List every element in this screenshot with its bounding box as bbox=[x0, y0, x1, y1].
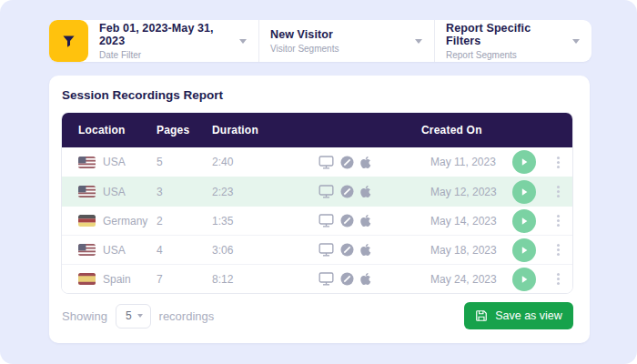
showing-label: Showing bbox=[62, 309, 107, 323]
desktop-monitor-icon bbox=[318, 156, 334, 169]
devices-cell bbox=[318, 272, 421, 286]
visitor-segments-label: Visitor Segments bbox=[270, 44, 339, 54]
column-header-location: Location bbox=[78, 124, 157, 136]
play-icon bbox=[520, 217, 529, 226]
es-flag-icon bbox=[78, 273, 96, 285]
date-filter-label: Date Filter bbox=[99, 50, 232, 60]
recordings-table: Location Pages Duration Created On USA 5… bbox=[61, 112, 573, 294]
report-segments-label: Report Segments bbox=[446, 50, 565, 60]
filter-button[interactable] bbox=[49, 20, 88, 62]
column-header-duration: Duration bbox=[212, 124, 318, 136]
location-cell: USA bbox=[103, 186, 126, 198]
chevron-down-icon bbox=[415, 39, 422, 44]
filter-toolbar: Feb 01, 2023-May 31, 2023 Date Filter Ne… bbox=[49, 20, 592, 62]
page-title: Session Recordings Report bbox=[62, 88, 223, 102]
row-menu-kebab-icon[interactable] bbox=[552, 270, 564, 288]
duration-cell: 2:23 bbox=[212, 186, 318, 198]
play-recording-button[interactable] bbox=[512, 150, 536, 174]
app-background: Feb 01, 2023-May 31, 2023 Date Filter Ne… bbox=[0, 0, 637, 364]
location-cell: Spain bbox=[103, 273, 131, 286]
play-recording-button[interactable] bbox=[512, 209, 536, 233]
duration-cell: 3:06 bbox=[212, 244, 318, 257]
column-header-created-on: Created On bbox=[421, 124, 505, 136]
created-on-cell: May 18, 2023 bbox=[421, 244, 505, 257]
duration-cell: 2:40 bbox=[212, 156, 318, 168]
desktop-monitor-icon bbox=[318, 185, 334, 198]
table-row[interactable]: Spain 7 8:12 May 24, 2023 bbox=[62, 264, 572, 293]
recordings-count-select[interactable]: 5 bbox=[116, 304, 151, 329]
desktop-monitor-icon bbox=[318, 243, 334, 257]
play-icon bbox=[520, 157, 529, 167]
session-recordings-card: Session Recordings Report Location Pages… bbox=[49, 76, 590, 343]
desktop-monitor-icon bbox=[318, 272, 334, 286]
table-row[interactable]: USA 4 3:06 May 18, 2023 bbox=[62, 235, 572, 264]
location-cell: USA bbox=[103, 244, 126, 257]
row-menu-kebab-icon[interactable] bbox=[552, 183, 564, 200]
us-flag-icon bbox=[78, 186, 96, 197]
save-as-view-button[interactable]: Save as view bbox=[464, 302, 573, 329]
apple-icon bbox=[360, 243, 371, 257]
play-icon bbox=[520, 187, 529, 197]
devices-cell bbox=[318, 185, 421, 198]
date-filter-dropdown[interactable]: Feb 01, 2023-May 31, 2023 Date Filter bbox=[88, 20, 258, 62]
created-on-cell: May 12, 2023 bbox=[421, 186, 505, 198]
created-on-cell: May 14, 2023 bbox=[421, 215, 505, 228]
created-on-cell: May 11, 2023 bbox=[421, 156, 505, 168]
de-flag-icon bbox=[78, 215, 96, 227]
play-recording-button[interactable] bbox=[512, 180, 536, 204]
apple-icon bbox=[360, 272, 371, 286]
pages-cell: 3 bbox=[157, 186, 212, 198]
date-filter-value: Feb 01, 2023-May 31, 2023 bbox=[99, 22, 232, 47]
blocked-device-icon bbox=[340, 214, 354, 228]
apple-icon bbox=[360, 156, 371, 169]
table-row[interactable]: Germany 2 1:35 May 14, 2023 bbox=[62, 206, 572, 235]
row-menu-kebab-icon[interactable] bbox=[552, 241, 564, 258]
devices-cell bbox=[318, 214, 421, 228]
devices-cell bbox=[318, 243, 421, 257]
duration-cell: 8:12 bbox=[212, 273, 318, 286]
chevron-down-icon bbox=[239, 39, 247, 44]
apple-icon bbox=[360, 185, 371, 198]
column-header-pages: Pages bbox=[157, 124, 212, 136]
location-cell: USA bbox=[103, 156, 126, 168]
duration-cell: 1:35 bbox=[212, 215, 318, 228]
table-header-row: Location Pages Duration Created On bbox=[62, 113, 572, 147]
blocked-device-icon bbox=[340, 156, 354, 169]
chevron-down-icon bbox=[137, 314, 143, 318]
us-flag-icon bbox=[78, 157, 96, 168]
blocked-device-icon bbox=[340, 243, 354, 257]
apple-icon bbox=[360, 214, 371, 228]
visitor-segments-dropdown[interactable]: New Visitor Visitor Segments bbox=[259, 20, 434, 62]
row-menu-kebab-icon[interactable] bbox=[552, 154, 564, 171]
report-segments-dropdown[interactable]: Report Specific Filters Report Segments bbox=[435, 20, 592, 62]
desktop-monitor-icon bbox=[318, 214, 334, 228]
devices-cell bbox=[318, 156, 421, 169]
row-menu-kebab-icon[interactable] bbox=[552, 212, 564, 229]
pages-cell: 2 bbox=[157, 215, 212, 228]
location-cell: Germany bbox=[103, 215, 147, 228]
pages-cell: 5 bbox=[157, 156, 212, 168]
blocked-device-icon bbox=[340, 272, 354, 286]
pages-cell: 7 bbox=[157, 273, 212, 286]
play-icon bbox=[520, 275, 529, 284]
play-icon bbox=[520, 246, 529, 255]
created-on-cell: May 24, 2023 bbox=[421, 273, 505, 286]
save-as-view-label: Save as view bbox=[495, 309, 562, 322]
play-recording-button[interactable] bbox=[512, 238, 536, 262]
visitor-segments-value: New Visitor bbox=[270, 28, 339, 41]
funnel-icon bbox=[62, 35, 76, 48]
table-row[interactable]: USA 5 2:40 May 11, 2023 bbox=[62, 147, 572, 177]
chevron-down-icon bbox=[572, 39, 580, 44]
blocked-device-icon bbox=[340, 185, 354, 198]
save-icon bbox=[475, 309, 488, 322]
us-flag-icon bbox=[78, 244, 96, 256]
report-segments-value: Report Specific Filters bbox=[446, 22, 565, 47]
recordings-label: recordings bbox=[159, 309, 215, 323]
table-footer: Showing 5 recordings Save as view bbox=[62, 301, 573, 330]
play-recording-button[interactable] bbox=[512, 268, 536, 291]
recordings-count-value: 5 bbox=[126, 309, 132, 322]
table-row[interactable]: USA 3 2:23 May 12, 2023 bbox=[62, 177, 572, 206]
pages-cell: 4 bbox=[157, 244, 212, 257]
table-body: USA 5 2:40 May 11, 2023 bbox=[62, 147, 572, 293]
